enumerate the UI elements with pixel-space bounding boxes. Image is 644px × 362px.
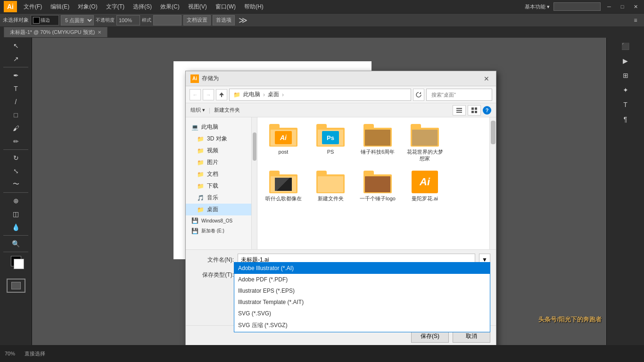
nav-path-current: 桌面: [268, 90, 279, 99]
new-folder-button[interactable]: 新建文件夹: [214, 107, 240, 114]
help-button[interactable]: ?: [483, 106, 491, 115]
dropdown-option-eps[interactable]: Illustrator EPS (*.EPS): [234, 285, 490, 296]
opacity-input[interactable]: [116, 15, 140, 25]
tab-close-button[interactable]: ✕: [98, 30, 101, 35]
file-item[interactable]: 锤子科技6周年: [356, 122, 399, 164]
file-item[interactable]: 新建文件夹: [309, 169, 352, 204]
sidebar-label-e-drive: 新加卷 (E:): [201, 228, 224, 234]
menu-text[interactable]: 文字(T): [102, 2, 128, 12]
right-panel-icon-3[interactable]: ⊞: [619, 69, 632, 82]
menu-effect[interactable]: 效果(C): [157, 2, 183, 12]
nav-back-button[interactable]: ←: [190, 89, 201, 100]
direct-selection-tool-button[interactable]: ↗: [3, 53, 29, 65]
shape-builder-tool-button[interactable]: ⊕: [3, 195, 29, 207]
eyedropper-tool-button[interactable]: 💧: [3, 221, 29, 233]
search-input-top[interactable]: [553, 2, 601, 11]
filetype-dropdown[interactable]: Adobe Illustrator (*.AI) Adobe PDF (*.PD…: [234, 262, 490, 332]
nav-path-display[interactable]: 📁 此电脑 › 桌面 ›: [229, 89, 411, 101]
view-icon-button[interactable]: [468, 105, 481, 115]
file-item[interactable]: Ps PS: [309, 122, 352, 164]
preferences-button[interactable]: 首选项: [213, 15, 235, 25]
rotate-tool-button[interactable]: ↻: [3, 152, 29, 164]
pencil-tool-button[interactable]: ✏: [3, 135, 29, 148]
nav-path-icon: 📁: [233, 91, 240, 98]
stroke-color-box[interactable]: 描边: [31, 15, 59, 25]
sidebar-item-windows-drive[interactable]: 💾 Windows8_OS: [186, 215, 251, 226]
right-panel-icon-6[interactable]: ¶: [619, 113, 632, 126]
sidebar-label-music: 音乐: [207, 194, 218, 202]
menu-help[interactable]: 帮助(H): [240, 2, 267, 12]
dropdown-option-ai[interactable]: Adobe Illustrator (*.AI): [234, 263, 490, 274]
dialog-close-button[interactable]: ✕: [482, 74, 491, 83]
dropdown-option-ait[interactable]: Illustrator Template (*.AIT): [234, 296, 490, 308]
doc-settings-button[interactable]: 文档设置: [183, 15, 211, 25]
sidebar-item-desktop[interactable]: 📁 桌面: [186, 204, 251, 215]
restore-button[interactable]: □: [618, 2, 627, 11]
sidebar-item-pictures[interactable]: 📁 图片: [186, 156, 251, 168]
pen-tool-button[interactable]: ✒: [3, 69, 29, 82]
nav-refresh-button[interactable]: [413, 89, 424, 101]
file-item[interactable]: 听什么歌都像在: [262, 169, 305, 204]
color-swatches[interactable]: [9, 254, 23, 268]
nav-up-button[interactable]: [216, 89, 227, 100]
menu-file[interactable]: 文件(F): [20, 2, 46, 12]
organize-button[interactable]: 组织 ▾: [190, 107, 205, 114]
nav-forward-button[interactable]: →: [203, 89, 214, 100]
drive-windows-icon: 💾: [191, 217, 198, 224]
zoom-tool-button[interactable]: 🔍: [3, 238, 29, 250]
menu-window[interactable]: 窗口(W): [212, 2, 239, 12]
view-list-button[interactable]: [453, 105, 466, 115]
sidebar-item-this-pc[interactable]: 💻 此电脑: [186, 121, 251, 133]
file-item[interactable]: 花花世界的大梦想家: [404, 122, 446, 164]
document-tab[interactable]: 未标题-1* @ 70% (CMYK/GPU 预览) ✕: [4, 27, 107, 37]
menu-select[interactable]: 选择(S): [129, 2, 156, 12]
file-item[interactable]: Ai post: [262, 122, 305, 164]
scale-tool-button[interactable]: ⤡: [3, 165, 29, 177]
right-panel-icon-2[interactable]: ▶: [619, 54, 632, 67]
nav-search-box[interactable]: [426, 89, 492, 101]
sidebar-item-e-drive[interactable]: 💾 新加卷 (E:): [186, 226, 251, 236]
files-scrollbar[interactable]: [489, 117, 496, 249]
menu-object[interactable]: 对象(O): [74, 2, 101, 12]
ai-file-icon: Ai: [412, 171, 438, 193]
type-tool-button[interactable]: T: [3, 82, 29, 95]
minimize-button[interactable]: ─: [604, 2, 614, 11]
close-button[interactable]: ✕: [631, 2, 640, 11]
screen-mode-button[interactable]: [7, 279, 25, 293]
nav-search-input[interactable]: [431, 92, 496, 98]
dropdown-option-svg[interactable]: SVG (*.SVG): [234, 308, 490, 319]
gradient-tool-button[interactable]: ◫: [3, 208, 29, 220]
stroke-selector[interactable]: 5 点圆形: [61, 15, 94, 25]
right-panel-icon-1[interactable]: ⬛: [619, 40, 632, 53]
file-item[interactable]: 一千个锤子logo: [356, 169, 399, 204]
right-panel-icon-4[interactable]: ✦: [619, 83, 632, 97]
dropdown-option-pdf[interactable]: Adobe PDF (*.PDF): [234, 274, 490, 285]
selection-tool-button[interactable]: ↖: [3, 40, 29, 52]
folder-icon: [363, 124, 392, 147]
sidebar-item-3d[interactable]: 📁 3D 对象: [186, 133, 251, 145]
ai-file-text: Ai: [420, 176, 430, 188]
sidebar-item-downloads[interactable]: 📁 下载: [186, 180, 251, 192]
rectangle-tool-button[interactable]: □: [3, 109, 29, 121]
sidebar-item-video[interactable]: 📁 视频: [186, 145, 251, 156]
menu-edit[interactable]: 编辑(E): [47, 2, 73, 12]
file-item[interactable]: Ai 曼陀罗花.ai: [404, 169, 446, 204]
line-tool-button[interactable]: /: [3, 96, 29, 108]
folder-downloads-icon: 📁: [197, 183, 204, 189]
right-panel-icon-5[interactable]: T: [619, 98, 632, 111]
sidebar-item-music[interactable]: 🎵 音乐: [186, 192, 251, 204]
file-label: PS: [327, 148, 334, 155]
sidebar-item-documents[interactable]: 📁 文档: [186, 168, 251, 180]
dropdown-option-svgz[interactable]: SVG 压缩 (*.SVGZ): [234, 319, 490, 332]
pc-icon: 💻: [191, 124, 198, 131]
style-selector[interactable]: [153, 15, 182, 25]
more-options-icon[interactable]: ≫: [239, 15, 248, 25]
warp-tool-button[interactable]: 〜: [3, 178, 29, 190]
paintbrush-tool-button[interactable]: 🖌: [3, 122, 29, 134]
sidebar-scroll-thumb: [253, 132, 256, 161]
folder-icon: [411, 124, 439, 147]
sidebar-scrollbar[interactable]: [252, 117, 257, 249]
menu-view[interactable]: 视图(V): [184, 2, 211, 12]
sidebar-toggle-icon[interactable]: ≡: [630, 15, 641, 26]
sidebar-label-3d: 3D 对象: [207, 135, 227, 143]
